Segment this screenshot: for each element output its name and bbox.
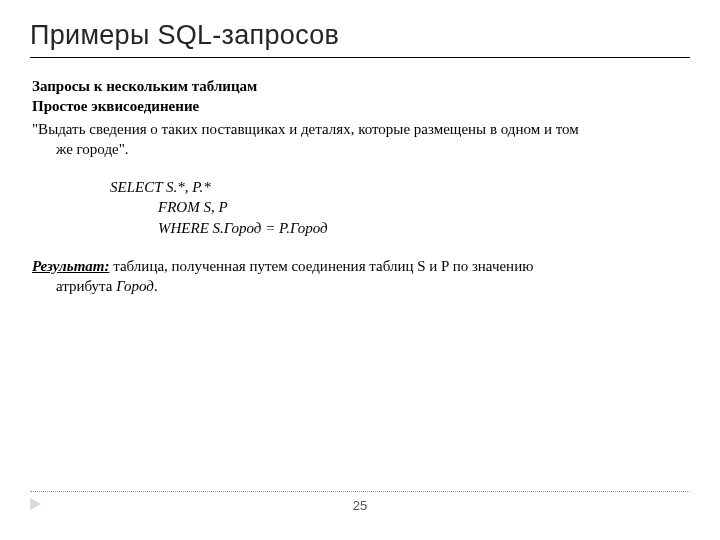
result-text-2: атрибута Город. — [32, 276, 690, 296]
section-heading-2: Простое эквисоединение — [32, 96, 690, 116]
slide-content: Запросы к нескольким таблицам Простое эк… — [30, 76, 690, 296]
result-text-suffix: . — [154, 278, 158, 294]
query-description-line2: же городе". — [32, 139, 690, 159]
result-paragraph: Результат: таблица, полученная путем сое… — [32, 256, 690, 297]
page-number: 25 — [353, 498, 367, 513]
slide-title: Примеры SQL-запросов — [30, 20, 690, 58]
footer-arrow-icon — [30, 498, 41, 510]
result-text-1: таблица, полученная путем соединения таб… — [109, 258, 533, 274]
section-heading-1: Запросы к нескольким таблицам — [32, 76, 690, 96]
sql-where-line: WHERE S.Город = P.Город — [110, 218, 690, 238]
result-label: Результат: — [32, 258, 109, 274]
sql-from-line: FROM S, P — [110, 197, 690, 217]
result-attribute: Город — [116, 278, 154, 294]
slide-footer: 25 — [30, 491, 690, 514]
result-text-prefix: атрибута — [56, 278, 116, 294]
sql-select-line: SELECT S.*, P.* — [110, 177, 690, 197]
sql-code-block: SELECT S.*, P.* FROM S, P WHERE S.Город … — [110, 177, 690, 238]
query-description-line1: "Выдать сведения о таких поставщиках и д… — [32, 119, 690, 139]
